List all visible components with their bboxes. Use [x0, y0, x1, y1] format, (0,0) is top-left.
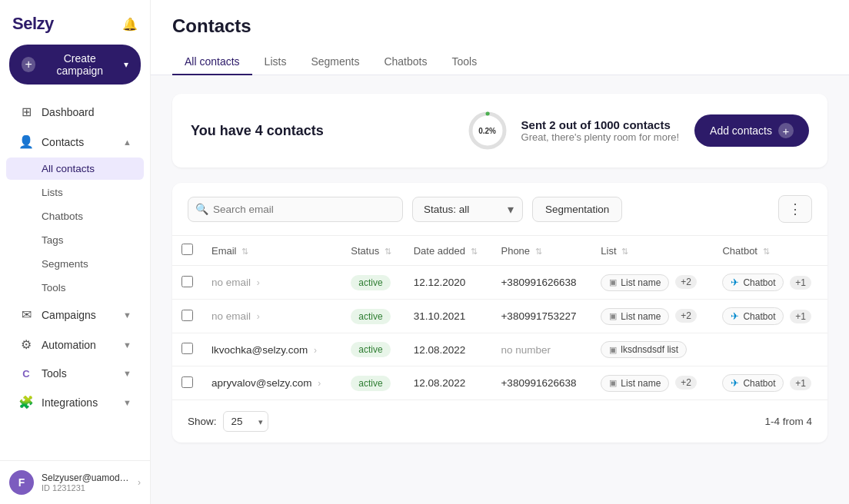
sort-chatbot-icon[interactable]: ⇅	[763, 247, 770, 256]
chevron-down-icon: ▼	[123, 369, 132, 378]
contacts-banner: You have 4 contacts 0.2% Sent 2 out of 1…	[172, 94, 827, 167]
td-checkbox	[172, 333, 202, 366]
sort-status-icon[interactable]: ⇅	[385, 247, 391, 256]
sidebar-item-dashboard[interactable]: ⊞ Dashboard	[6, 98, 144, 126]
td-date: 12.08.2022	[405, 333, 492, 366]
show-select-wrapper: 25 50 100	[223, 411, 268, 432]
list-count-badge[interactable]: +2	[675, 309, 697, 323]
row-expand-icon[interactable]: ›	[254, 277, 263, 288]
sort-list-icon[interactable]: ⇅	[621, 247, 628, 256]
row-checkbox[interactable]	[181, 310, 193, 321]
dashboard-icon: ⊞	[18, 104, 34, 119]
td-status: active	[341, 266, 404, 300]
table-row: apryvalov@selzy.com › active 12.08.2022 …	[172, 366, 827, 400]
td-email: lkvochka@selzy.com ›	[202, 333, 341, 366]
sidebar-item-automation[interactable]: ⚙ Automation ▼	[6, 330, 144, 359]
th-date-added: Date added ⇅	[405, 236, 492, 266]
list-count-badge[interactable]: +2	[675, 275, 697, 289]
chevron-down-icon: ▼	[123, 340, 132, 350]
chevron-down-icon: ▼	[123, 310, 132, 320]
list-icon: ▣	[609, 345, 617, 355]
plus-circle2-icon: +	[778, 123, 794, 138]
sidebar-item-label: Dashboard	[42, 106, 132, 118]
sidebar-item-tools[interactable]: C Tools ▼	[6, 360, 144, 386]
tab-tools[interactable]: Tools	[439, 49, 489, 75]
sidebar-item-segments[interactable]: Segments	[6, 253, 144, 275]
status-badge: active	[351, 376, 390, 391]
td-list: ▣ List name +2	[591, 266, 713, 300]
bell-icon[interactable]: 🔔	[122, 17, 138, 32]
sort-phone-icon[interactable]: ⇅	[535, 247, 542, 256]
row-checkbox[interactable]	[181, 276, 193, 287]
row-expand-icon[interactable]: ›	[315, 378, 324, 389]
sidebar-item-all-contacts[interactable]: All contacts	[6, 158, 144, 180]
sidebar-item-tags[interactable]: Tags	[6, 229, 144, 251]
sidebar-item-contacts[interactable]: 👤 Contacts ▲	[6, 128, 144, 156]
chatbot-count-badge[interactable]: +1	[790, 376, 811, 390]
sidebar-item-label: Automation	[42, 339, 115, 351]
stats-sub: Great, there's plenty room for more!	[521, 131, 680, 143]
sidebar-item-tools-sub[interactable]: Tools	[6, 277, 144, 299]
automation-icon: ⚙	[18, 337, 34, 352]
td-chatbot: ✈Chatbot +1	[713, 266, 827, 300]
td-date: 12.12.2020	[405, 266, 492, 300]
sidebar-item-campaigns[interactable]: ✉ Campaigns ▼	[6, 300, 144, 329]
select-all-checkbox[interactable]	[181, 244, 193, 255]
add-contacts-button[interactable]: Add contacts +	[694, 114, 809, 147]
row-expand-icon[interactable]: ›	[311, 345, 320, 356]
chatbot-badge: ✈Chatbot	[722, 307, 784, 325]
list-icon: ▣	[609, 378, 617, 388]
email-value: no email	[211, 277, 251, 288]
list-count-badge[interactable]: +2	[675, 376, 697, 390]
show-label: Show:	[188, 416, 217, 427]
chatbot-count-badge[interactable]: +1	[790, 310, 811, 323]
td-checkbox	[172, 300, 202, 333]
td-phone: +380991626638	[491, 266, 591, 300]
chatbot-count-badge[interactable]: +1	[790, 276, 811, 290]
chevron-down-icon: ▼	[123, 398, 132, 407]
campaigns-icon: ✉	[18, 307, 34, 322]
th-email: Email ⇅	[202, 236, 341, 266]
tab-all-contacts[interactable]: All contacts	[172, 49, 252, 75]
tab-segments[interactable]: Segments	[298, 49, 371, 75]
chatbot-badge: ✈Chatbot	[722, 374, 784, 392]
td-phone: +380991753227	[491, 300, 591, 333]
td-email: no email ›	[202, 300, 341, 333]
row-checkbox[interactable]	[181, 376, 193, 388]
main-header: Contacts All contacts Lists Segments Cha…	[151, 0, 849, 75]
td-checkbox	[172, 366, 202, 400]
sidebar-logo: Selzy 🔔	[0, 0, 150, 45]
chevron-up-icon: ▲	[123, 138, 132, 147]
status-badge: active	[351, 342, 390, 357]
sidebar-item-integrations[interactable]: 🧩 Integrations ▼	[6, 388, 144, 416]
show-select[interactable]: 25 50 100	[223, 411, 268, 432]
list-icon: ▣	[609, 311, 617, 321]
status-select-wrapper: Status: all Status: active Status: inact…	[412, 197, 523, 222]
create-campaign-button[interactable]: + Create campaign ▾	[9, 45, 141, 85]
td-status: active	[341, 333, 404, 366]
page-title: Contacts	[172, 15, 827, 37]
sidebar-item-chatbots[interactable]: Chatbots	[6, 205, 144, 227]
tab-lists[interactable]: Lists	[252, 49, 299, 75]
td-phone: +380991626638	[491, 366, 591, 400]
sort-email-icon[interactable]: ⇅	[241, 247, 248, 256]
sidebar-footer[interactable]: F Selzyuser@uamodern... ID 1231231 ›	[0, 460, 150, 504]
search-input[interactable]	[188, 197, 403, 222]
row-expand-icon[interactable]: ›	[254, 311, 263, 322]
tab-chatbots[interactable]: Chatbots	[371, 49, 439, 75]
table-row: lkvochka@selzy.com › active 12.08.2022 n…	[172, 333, 827, 366]
more-options-button[interactable]: ⋮	[778, 195, 812, 223]
sort-date-icon[interactable]: ⇅	[471, 247, 478, 256]
sidebar-item-lists[interactable]: Lists	[6, 181, 144, 204]
segmentation-button[interactable]: Segmentation	[532, 197, 622, 222]
stats-info: Sent 2 out of 1000 contacts Great, there…	[521, 118, 680, 143]
td-chatbot	[713, 333, 827, 366]
main-content: Contacts All contacts Lists Segments Cha…	[151, 0, 849, 504]
pagination-info: 1-4 from 4	[764, 416, 812, 427]
row-checkbox[interactable]	[181, 343, 193, 354]
status-select[interactable]: Status: all Status: active Status: inact…	[412, 197, 523, 222]
integrations-icon: 🧩	[18, 395, 34, 410]
email-value: lkvochka@selzy.com	[211, 344, 308, 356]
search-icon: 🔍	[195, 203, 208, 215]
td-checkbox	[172, 266, 202, 300]
